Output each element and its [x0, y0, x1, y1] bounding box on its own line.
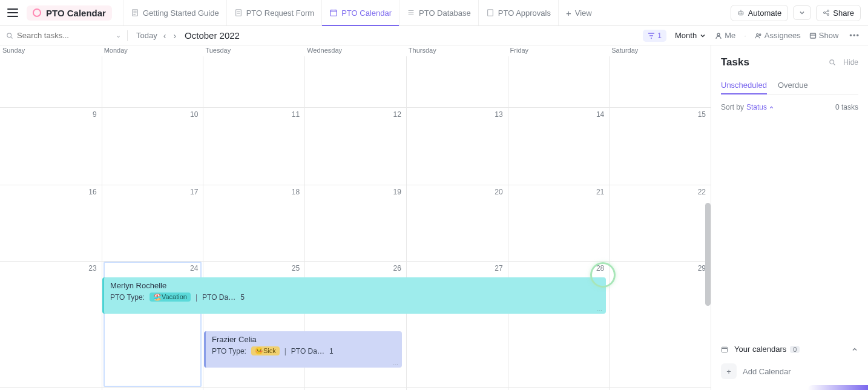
search-input[interactable] — [17, 31, 96, 40]
sort-dropdown[interactable]: Status — [746, 103, 774, 111]
separator: | — [284, 347, 286, 355]
week-row: 9 10 11 12 13 14 15 — [0, 107, 711, 185]
day-cell[interactable]: 12 — [304, 107, 406, 185]
event-resize-handle[interactable] — [596, 305, 602, 311]
day-cell[interactable]: 11 — [203, 107, 304, 185]
event-resize-handle[interactable] — [392, 359, 398, 365]
event-days-value: 1 — [329, 347, 334, 355]
add-calendar-button[interactable]: + Add Calendar — [721, 360, 858, 383]
tab-label: PTO Database — [419, 8, 471, 18]
day-cell[interactable]: 10 — [102, 107, 203, 185]
day-number: 19 — [393, 188, 401, 196]
day-cell[interactable] — [508, 56, 610, 107]
tab-pto-database[interactable]: PTO Database — [399, 0, 478, 25]
tab-pto-approvals[interactable]: PTO Approvals — [478, 0, 558, 25]
day-cell[interactable]: 3 — [406, 387, 508, 390]
sidebar-tabs: Unscheduled Overdue — [721, 77, 858, 94]
day-header-tuesday: Tuesday — [203, 45, 304, 56]
show-button[interactable]: Show — [809, 31, 839, 40]
calendar-event-sick[interactable]: Frazier Celia PTO Type: 🤒Sick | PTO Da… … — [204, 331, 402, 368]
tab-pto-request-form[interactable]: PTO Request Form — [226, 0, 321, 25]
svg-point-9 — [827, 14, 829, 16]
day-number: 26 — [393, 264, 401, 273]
day-cell[interactable]: 1 — [203, 387, 304, 390]
workspace-selector[interactable]: PTO Calendar — [27, 5, 112, 21]
search-icon — [829, 59, 836, 66]
next-month-button[interactable]: › — [169, 31, 180, 41]
day-cell[interactable] — [609, 56, 711, 107]
share-button[interactable]: Share — [816, 5, 861, 21]
automate-button[interactable]: Automate — [731, 5, 789, 21]
tab-overdue[interactable]: Overdue — [778, 77, 808, 94]
day-cell[interactable]: 23 — [0, 261, 102, 387]
me-filter-button[interactable]: Me — [715, 31, 735, 40]
automate-dropdown-button[interactable] — [793, 5, 811, 20]
day-cell[interactable]: 17 — [102, 185, 203, 261]
day-cell[interactable]: 30 — [0, 387, 102, 390]
day-cell[interactable]: 29 — [609, 261, 711, 387]
svg-rect-3 — [487, 10, 493, 16]
day-cell[interactable]: 5 — [609, 387, 711, 390]
day-header-wednesday: Wednesday — [304, 45, 406, 56]
view-mode-dropdown[interactable]: Month — [675, 31, 706, 40]
search-dropdown-button[interactable]: ⌄ — [116, 31, 121, 39]
day-cell[interactable]: 4 — [508, 387, 610, 390]
sort-label: Sort by — [721, 103, 744, 111]
svg-point-7 — [824, 12, 826, 14]
day-number: 24 — [190, 264, 198, 273]
header-actions: Automate Share — [731, 5, 861, 21]
fab-hint — [807, 385, 868, 390]
sidebar-search-button[interactable] — [829, 59, 836, 66]
day-cell[interactable]: 20 — [406, 185, 508, 261]
day-cell[interactable]: 22 — [609, 185, 711, 261]
tab-getting-started[interactable]: Getting Started Guide — [123, 0, 226, 25]
event-days-value: 5 — [240, 293, 245, 302]
day-cell[interactable]: 31 — [102, 387, 203, 390]
today-button[interactable]: Today — [134, 31, 160, 40]
workspace-color-icon — [33, 8, 41, 17]
vertical-scrollbar[interactable] — [705, 203, 711, 306]
day-cell[interactable]: 15 — [609, 107, 711, 185]
day-cell[interactable]: 14 — [508, 107, 610, 185]
day-cell[interactable]: 21 — [508, 185, 610, 261]
hide-sidebar-button[interactable]: Hide — [843, 58, 858, 67]
calendar-icon — [329, 8, 338, 17]
tab-pto-calendar[interactable]: PTO Calendar — [321, 0, 399, 25]
calendar-event-vacation[interactable]: Merlyn Rochelle PTO Type: 🏖️Vacation | P… — [102, 277, 606, 314]
view-mode-label: Month — [675, 31, 697, 40]
event-type-label: PTO Type: — [212, 347, 246, 355]
day-cell[interactable]: 19 — [304, 185, 406, 261]
day-cell[interactable]: 18 — [203, 185, 304, 261]
day-cell[interactable] — [304, 56, 406, 107]
event-type-tag: 🤒Sick — [251, 346, 280, 355]
prev-month-button[interactable]: ‹ — [160, 31, 170, 41]
day-cell[interactable]: 2 — [304, 387, 406, 390]
tab-unscheduled[interactable]: Unscheduled — [721, 77, 767, 94]
form-icon — [234, 8, 243, 17]
event-days-label: PTO Da… — [291, 347, 324, 355]
day-cell[interactable] — [0, 56, 102, 107]
your-calendars-row[interactable]: Your calendars 0 — [721, 339, 858, 360]
calendar-count-badge: 0 — [790, 346, 800, 353]
people-icon — [755, 32, 762, 39]
more-options-button[interactable]: ••• — [847, 31, 862, 40]
day-number: 25 — [292, 264, 300, 273]
week-row — [0, 56, 711, 107]
day-header-saturday: Saturday — [609, 45, 711, 56]
day-number: 22 — [698, 188, 706, 196]
share-icon — [823, 9, 830, 16]
day-cell[interactable]: 9 — [0, 107, 102, 185]
assignees-filter-button[interactable]: Assignees — [755, 31, 801, 40]
add-view-button[interactable]: + View — [558, 0, 599, 25]
day-cell[interactable]: 16 — [0, 185, 102, 261]
hamburger-menu-icon[interactable] — [7, 8, 18, 17]
day-cell[interactable] — [203, 56, 304, 107]
task-count-label: 0 tasks — [835, 103, 858, 111]
svg-point-13 — [759, 33, 761, 35]
filter-button[interactable]: 1 — [643, 30, 666, 42]
collapse-toggle-button[interactable] — [851, 346, 858, 353]
day-cell[interactable] — [102, 56, 203, 107]
day-cell[interactable] — [406, 56, 508, 107]
day-cell[interactable]: 13 — [406, 107, 508, 185]
svg-rect-16 — [722, 347, 728, 352]
